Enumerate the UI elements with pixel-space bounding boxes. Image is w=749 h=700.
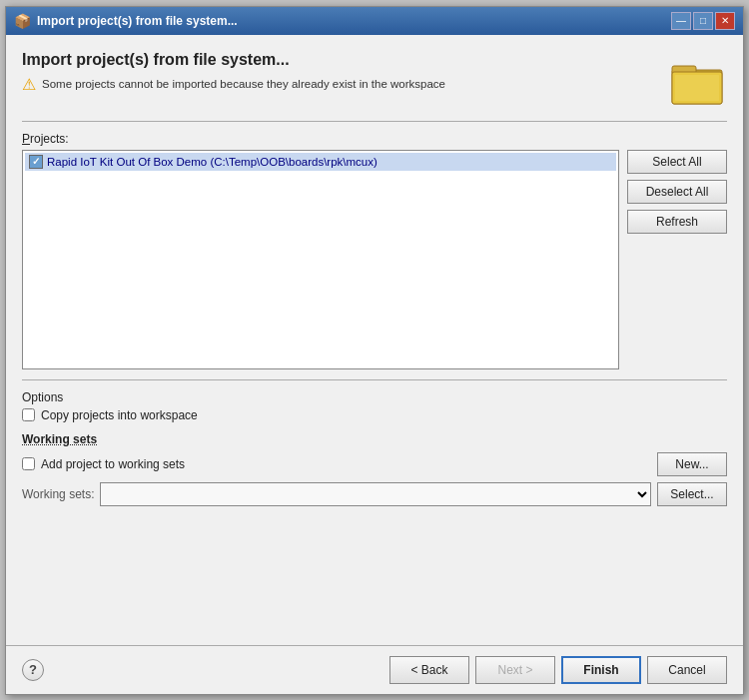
deselect-all-button[interactable]: Deselect All xyxy=(627,180,727,204)
add-to-working-sets-row: Add project to working sets xyxy=(22,457,185,471)
footer-area: ? < Back Next > Finish Cancel xyxy=(6,645,743,694)
footer-left: ? xyxy=(22,659,44,681)
window-icon: 📦 xyxy=(14,13,31,29)
next-button[interactable]: Next > xyxy=(475,656,555,684)
window-title: Import project(s) from file system... xyxy=(37,14,238,28)
project-name: Rapid IoT Kit Out Of Box Demo (C:\Temp\O… xyxy=(47,156,377,168)
copy-projects-label: Copy projects into workspace xyxy=(41,408,198,422)
dialog-title: Import project(s) from file system... xyxy=(22,51,445,69)
main-window: 📦 Import project(s) from file system... … xyxy=(5,6,744,695)
list-item[interactable]: ✓ Rapid IoT Kit Out Of Box Demo (C:\Temp… xyxy=(25,153,616,171)
warning-row: ⚠ Some projects cannot be imported becau… xyxy=(22,75,445,94)
maximize-button[interactable]: □ xyxy=(693,12,713,30)
select-all-button[interactable]: Select All xyxy=(627,150,727,174)
options-section: Options Copy projects into workspace xyxy=(22,390,727,422)
warning-text: Some projects cannot be imported because… xyxy=(42,78,445,90)
title-bar-left: 📦 Import project(s) from file system... xyxy=(14,13,238,29)
title-buttons: — □ ✕ xyxy=(671,12,735,30)
working-sets-row2: Working sets: Select... xyxy=(22,482,727,506)
projects-section: Projects: ✓ Rapid IoT Kit Out Of Box Dem… xyxy=(22,132,727,369)
project-checkbox[interactable]: ✓ xyxy=(29,155,43,169)
cancel-button[interactable]: Cancel xyxy=(647,656,727,684)
working-sets-label-text: Working sets xyxy=(22,432,97,446)
title-bar: 📦 Import project(s) from file system... … xyxy=(6,7,743,35)
add-to-working-sets-checkbox[interactable] xyxy=(22,457,35,470)
working-sets-dropdown[interactable] xyxy=(100,482,651,506)
select-working-set-button[interactable]: Select... xyxy=(657,482,727,506)
options-divider xyxy=(22,379,727,380)
projects-label: Projects: xyxy=(22,132,727,146)
header-divider xyxy=(22,121,727,122)
projects-buttons: Select All Deselect All Refresh xyxy=(627,150,727,369)
folder-icon xyxy=(671,56,723,106)
projects-label-text: Projects: xyxy=(22,132,69,146)
back-button[interactable]: < Back xyxy=(389,656,469,684)
copy-projects-row: Copy projects into workspace xyxy=(22,408,727,422)
help-button[interactable]: ? xyxy=(22,659,44,681)
refresh-button[interactable]: Refresh xyxy=(627,210,727,234)
working-sets-row1: Add project to working sets New... xyxy=(22,452,727,476)
new-working-set-button[interactable]: New... xyxy=(657,452,727,476)
projects-list[interactable]: ✓ Rapid IoT Kit Out Of Box Demo (C:\Temp… xyxy=(22,150,619,369)
svg-rect-3 xyxy=(675,75,719,101)
header-left: Import project(s) from file system... ⚠ … xyxy=(22,51,445,94)
finish-button[interactable]: Finish xyxy=(561,656,641,684)
close-button[interactable]: ✕ xyxy=(715,12,735,30)
header-section: Import project(s) from file system... ⚠ … xyxy=(22,51,727,111)
footer-buttons: < Back Next > Finish Cancel xyxy=(389,656,727,684)
projects-area: ✓ Rapid IoT Kit Out Of Box Demo (C:\Temp… xyxy=(22,150,727,369)
options-header: Options xyxy=(22,390,727,404)
working-sets-dropdown-label: Working sets: xyxy=(22,487,94,501)
folder-icon-container xyxy=(667,51,727,111)
working-sets-dropdown-wrap xyxy=(100,482,651,506)
add-to-working-sets-label: Add project to working sets xyxy=(41,457,185,471)
working-sets-label: Working sets xyxy=(22,432,727,446)
minimize-button[interactable]: — xyxy=(671,12,691,30)
working-sets-section: Working sets Add project to working sets… xyxy=(22,432,727,506)
warning-icon: ⚠ xyxy=(22,75,36,94)
content-area: Import project(s) from file system... ⚠ … xyxy=(6,35,743,645)
copy-projects-checkbox[interactable] xyxy=(22,408,35,421)
